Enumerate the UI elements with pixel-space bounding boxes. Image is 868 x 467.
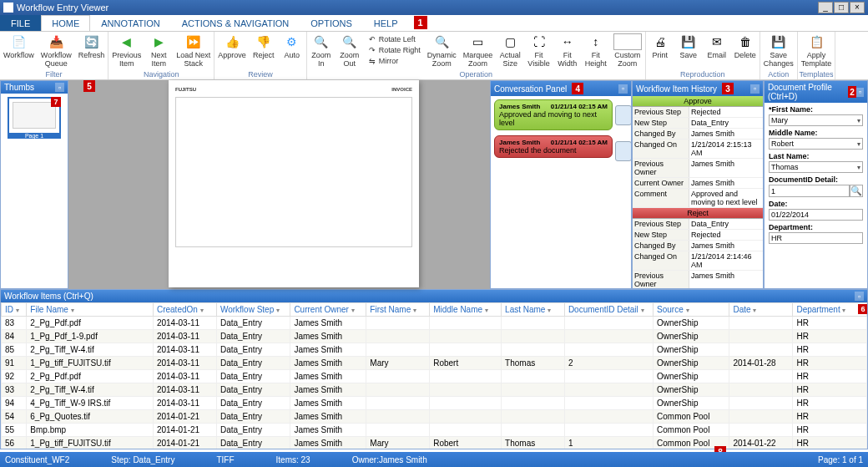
rotate-right-icon: ↷ [367, 46, 377, 56]
group-templates-label: Templates [798, 69, 835, 79]
history-row: CommentApproved and moving to next level [633, 189, 763, 208]
rotate-right-button[interactable]: ↷Rotate Right [367, 45, 421, 56]
table-row[interactable]: 561_Pg_tiff_FUJITSU.tif2014-01-21Data_En… [2, 437, 867, 449]
profile-input[interactable] [769, 185, 850, 197]
custom-zoom-button[interactable]: Custom Zoom [610, 32, 645, 69]
rotate-left-button[interactable]: ↶Rotate Left [367, 34, 421, 45]
table-row[interactable]: 832_Pg_Pdf.pdf2014-03-11Data_EntryJames … [2, 317, 867, 330]
tab-file[interactable]: FILE [0, 15, 41, 31]
grid-header[interactable]: First Name ▾ [366, 303, 430, 317]
table-row[interactable]: 944_Pg_Tiff_W-9 IRS.tif2014-03-11Data_En… [2, 397, 867, 410]
history-row: Changed ByJames Smith [633, 129, 763, 140]
fit-height-button[interactable]: ↕Fit Height [582, 32, 610, 69]
fit-visible-button[interactable]: ⛶Fit Visible [524, 32, 553, 69]
apply-template-button[interactable]: 📋Apply Template [798, 32, 835, 69]
grid-header[interactable]: File Name ▾ [27, 303, 154, 317]
refresh-button[interactable]: 🔄Refresh [75, 32, 108, 69]
indicator-5: 5 [83, 80, 95, 92]
avatar-icon [615, 141, 631, 161]
grid-header[interactable]: Last Name ▾ [502, 303, 565, 317]
close-button[interactable]: × [850, 2, 865, 13]
next-item-button[interactable]: ▶Next Item [144, 32, 173, 69]
tab-actions[interactable]: ACTIONS & NAVIGATION [171, 15, 300, 31]
print-button[interactable]: 🖨Print [646, 32, 674, 69]
profile-label: Last Name: [769, 152, 863, 160]
fit-visible-icon: ⛶ [531, 33, 548, 50]
workflow-queue-button[interactable]: 📥Workflow Queue [38, 32, 75, 69]
table-row[interactable]: 546_Pg_Quotes.tif2014-01-21Data_EntryJam… [2, 410, 867, 424]
zoom-out-button[interactable]: 🔍Zoom Out [336, 32, 364, 69]
grid-header[interactable]: ID ▾ [2, 303, 27, 317]
document-viewer[interactable]: 5 FUJITSU INVOICE [68, 80, 490, 289]
history-row: Changed On1/21/2014 2:14:46 AM [633, 251, 763, 271]
grid-header[interactable]: CreatedOn ▾ [153, 303, 216, 317]
tab-annotation[interactable]: ANNOTATION [90, 15, 170, 31]
main-area: Thumbs▫ Page 1 7 5 FUJITSU INVOICE Conve… [0, 80, 868, 289]
doc-icon: 📄 [10, 33, 27, 50]
profile-label: Date: [769, 200, 863, 208]
save-icon: 💾 [680, 33, 697, 50]
pin-icon[interactable]: ▫ [855, 292, 864, 301]
tab-home[interactable]: HOME [41, 15, 90, 31]
grid-header[interactable]: Current Owner ▾ [290, 303, 366, 317]
profile-select[interactable]: Robert [769, 138, 863, 150]
history-header: Workflow Item History3▫ [633, 81, 763, 96]
arrow-right-icon: ▶ [150, 33, 167, 50]
reject-button[interactable]: 👎Reject [250, 32, 278, 69]
delete-button[interactable]: 🗑Delete [731, 32, 760, 69]
group-review-label: Review [214, 69, 306, 79]
auto-button[interactable]: ⚙Auto [278, 32, 306, 69]
grid-header[interactable]: Source ▾ [654, 303, 729, 317]
email-button[interactable]: ✉Email [703, 32, 731, 69]
thumbs-header: Thumbs▫ [1, 81, 68, 94]
grid-header[interactable]: DocumentID Detail ▾ [564, 303, 653, 317]
table-row[interactable]: 55Bmp.bmp2014-01-21Data_EntryJames Smith… [2, 424, 867, 437]
grid-header[interactable]: Department ▾6 [793, 303, 867, 317]
mirror-button[interactable]: ⇋Mirror [367, 56, 421, 67]
page-thumbnail[interactable]: Page 1 7 [8, 97, 61, 139]
save-button[interactable]: 💾Save [674, 32, 703, 69]
profile-label: DocumentID Detail: [769, 175, 863, 184]
table-row[interactable]: 852_Pg_Tiff_W-4.tif2014-03-11Data_EntryJ… [2, 343, 867, 357]
pin-icon[interactable]: ▫ [750, 84, 760, 94]
save-changes-button[interactable]: 💾Save Changes [760, 32, 797, 69]
maximize-button[interactable]: □ [834, 2, 849, 13]
profile-input[interactable] [769, 232, 863, 244]
table-row[interactable]: 922_Pg_Pdf.pdf2014-03-11Data_EntryJames … [2, 370, 867, 383]
profile-select[interactable]: Mary [769, 114, 863, 126]
dynamic-zoom-button[interactable]: 🔍Dynamic Zoom [424, 32, 460, 69]
marquee-zoom-button[interactable]: ▭Marquee Zoom [460, 32, 497, 69]
profile-select[interactable]: Thomas [769, 161, 863, 173]
pin-icon[interactable]: ▫ [618, 84, 628, 94]
history-row: Previous OwnerJames Smith [633, 159, 763, 178]
load-next-stack-button[interactable]: ⏩Load Next Stack [173, 32, 214, 69]
history-row: New StepRejected [633, 230, 763, 241]
profile-panel: Document Profile (Ctrl+D)2▫ *First Name:… [764, 80, 868, 289]
minimize-button[interactable]: _ [818, 2, 833, 13]
profile-input[interactable] [769, 209, 863, 221]
workflow-items-grid[interactable]: ID ▾File Name ▾CreatedOn ▾Workflow Step … [1, 302, 867, 449]
rotate-column: ↶Rotate Left ↷Rotate Right ⇋Mirror [364, 32, 424, 69]
tab-help[interactable]: HELP [363, 15, 409, 31]
group-action: 💾Save Changes Action [760, 32, 798, 79]
pin-icon[interactable]: ▫ [55, 83, 64, 92]
previous-item-button[interactable]: ◀Previous Item [108, 32, 144, 69]
table-row[interactable]: 911_Pg_tiff_FUJITSU.tif2014-03-11Data_En… [2, 357, 867, 370]
workflow-button[interactable]: 📄Workflow [0, 32, 38, 69]
tab-options[interactable]: OPTIONS [300, 15, 363, 31]
pin-icon[interactable]: ▫ [856, 88, 864, 97]
status-bar: Constituent_WF2 Step: Data_Entry TIFF It… [0, 452, 868, 467]
table-row[interactable]: 841_Pg_Pdf_1-9.pdf2014-03-11Data_EntryJa… [2, 330, 867, 343]
approve-button[interactable]: 👍Approve [214, 32, 250, 69]
fit-width-button[interactable]: ↔Fit Width [553, 32, 582, 69]
actual-size-button[interactable]: ▢Actual Size [496, 32, 524, 69]
group-review: 👍Approve 👎Reject ⚙Auto Review [214, 32, 307, 79]
lookup-icon[interactable]: 🔍 [850, 185, 863, 197]
grid-header[interactable]: Workflow Step ▾ [216, 303, 290, 317]
zoom-in-button[interactable]: 🔍Zoom In [307, 32, 336, 69]
grid-header[interactable]: Middle Name ▾ [430, 303, 502, 317]
history-row: Previous OwnerJames Smith [633, 271, 763, 288]
grid-header[interactable]: Date ▾ [729, 303, 793, 317]
profile-field: Middle Name:Robert [769, 129, 863, 150]
table-row[interactable]: 932_Pg_Tiff_W-4.tif2014-03-11Data_EntryJ… [2, 383, 867, 397]
